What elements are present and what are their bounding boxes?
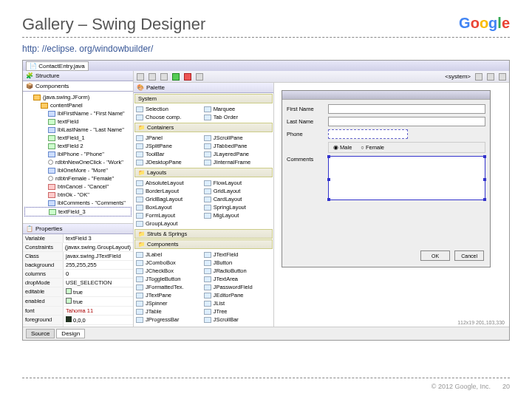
- palette-item[interactable]: JButton: [202, 259, 270, 267]
- palette-item[interactable]: Selection: [134, 105, 202, 113]
- label-phone: Phone: [287, 131, 324, 137]
- palette-item[interactable]: JSpinner: [134, 299, 202, 307]
- component-icon: [204, 252, 211, 258]
- tree-item[interactable]: btnOk - "OK": [24, 191, 132, 199]
- tree-item[interactable]: rdbtnNewOneClick - "Work": [24, 158, 132, 166]
- palette-item[interactable]: JList: [202, 299, 270, 307]
- palette-item[interactable]: JRadioButton: [202, 267, 270, 275]
- palette-item[interactable]: CardLayout: [202, 195, 270, 203]
- palette-item[interactable]: BoxLayout: [134, 203, 202, 211]
- property-row[interactable]: dropModeUSE_SELECTION: [23, 279, 133, 287]
- toolbar-icon[interactable]: [137, 73, 144, 81]
- palette-item[interactable]: JEditorPane: [202, 291, 270, 299]
- tree-item[interactable]: textField: [24, 117, 132, 126]
- cancel-button[interactable]: Cancel: [454, 250, 484, 261]
- palette-item[interactable]: JTextPane: [134, 291, 202, 299]
- align-icon[interactable]: [475, 73, 482, 81]
- tree-item[interactable]: textField 2: [24, 142, 132, 150]
- delete-icon[interactable]: [184, 73, 191, 81]
- palette-item[interactable]: GridBagLayout: [134, 195, 202, 203]
- tree-item[interactable]: lblOneMore - "More": [24, 166, 132, 174]
- toolbar-icon[interactable]: [160, 73, 168, 81]
- property-row[interactable]: VariabletextField 3: [23, 234, 133, 243]
- palette-item[interactable]: ToolBar: [134, 150, 202, 158]
- palette-item[interactable]: JCheckBox: [134, 267, 202, 275]
- palette-item[interactable]: GroupLayout: [134, 219, 202, 228]
- toolbar-icon[interactable]: [149, 73, 156, 81]
- palette-item[interactable]: JInternalFrame: [202, 158, 270, 166]
- palette-item[interactable]: JSplitPane: [134, 142, 202, 150]
- toolbar-icon[interactable]: [196, 73, 203, 81]
- component-icon: [204, 135, 211, 141]
- palette-item[interactable]: JTree: [202, 307, 270, 316]
- coordinates-label: 112x19 201,103,330: [457, 320, 505, 325]
- property-row[interactable]: background255,255,255: [23, 261, 133, 270]
- input-firstname[interactable]: [328, 104, 485, 114]
- tree-item[interactable]: lblPhone - "Phone": [24, 150, 132, 158]
- properties-header: 📋 Properties: [23, 224, 133, 234]
- tab-design[interactable]: Design: [56, 329, 85, 338]
- input-comments[interactable]: [328, 156, 485, 200]
- palette-item[interactable]: JDesktopPane: [134, 158, 202, 166]
- palette-item[interactable]: AbsoluteLayout: [134, 179, 202, 187]
- palette-item[interactable]: BorderLayout: [134, 187, 202, 195]
- tab-source[interactable]: Source: [26, 329, 55, 338]
- radio-female[interactable]: ○ Female: [361, 144, 384, 151]
- tree-item[interactable]: btnCancel - "Cancel": [24, 183, 132, 191]
- palette-section-containers[interactable]: 📁 Containers: [134, 123, 273, 132]
- palette-item[interactable]: JTable: [134, 307, 202, 316]
- palette-item[interactable]: JComboBox: [134, 259, 202, 267]
- design-canvas[interactable]: First Name Last Name Phone: [274, 83, 509, 327]
- tree-item[interactable]: lblFirstName - "First Name": [24, 109, 132, 117]
- palette-item[interactable]: JScrollPane: [202, 134, 270, 142]
- palette-item[interactable]: FormLayout: [134, 211, 202, 219]
- tree-item[interactable]: lblLastName - "Last Name": [24, 126, 132, 134]
- property-row[interactable]: Constraints(javax.swing.GroupLayout): [23, 243, 133, 252]
- input-lastname[interactable]: [328, 117, 485, 126]
- run-icon[interactable]: [172, 73, 180, 81]
- file-tab[interactable]: 📄 ContactEntry.java: [26, 61, 89, 71]
- property-row[interactable]: Classjavax.swing.JTextField: [23, 252, 133, 261]
- palette-item[interactable]: JFormattedTex.: [134, 283, 202, 291]
- palette-item[interactable]: JPasswordField: [202, 283, 270, 291]
- palette-section-components[interactable]: 📁 Components: [134, 239, 273, 249]
- palette-item[interactable]: Marquee: [202, 105, 270, 113]
- property-row[interactable]: columns0: [23, 270, 133, 279]
- property-row[interactable]: foreground 0,0,0: [23, 316, 133, 325]
- align-icon[interactable]: [487, 73, 494, 81]
- palette-item[interactable]: JProgressBar: [134, 316, 202, 324]
- ok-button[interactable]: OK: [420, 250, 450, 261]
- palette-item[interactable]: JTextField: [202, 250, 270, 259]
- palette-item[interactable]: JTextArea: [202, 275, 270, 283]
- tree-item[interactable]: (java.swing.JForm): [24, 93, 132, 101]
- tree-item[interactable]: lblComments - "Comments": [24, 199, 132, 207]
- tree-item[interactable]: contentPanel: [24, 101, 132, 109]
- palette-item[interactable]: Tab Order: [202, 113, 270, 121]
- tree-item[interactable]: rdbtnFemale - "Female": [24, 174, 132, 183]
- folder-icon: [41, 103, 48, 109]
- property-row[interactable]: fontTahoma 11: [23, 307, 133, 316]
- palette-item[interactable]: MigLayout: [202, 211, 270, 219]
- palette-item[interactable]: JScrollBar: [202, 316, 270, 324]
- property-row[interactable]: enabled true: [23, 297, 133, 307]
- component-icon: [204, 160, 211, 166]
- palette-item[interactable]: FlowLayout: [202, 179, 270, 187]
- palette-item[interactable]: JLayeredPane: [202, 150, 270, 158]
- palette-section-layouts[interactable]: 📁 Layouts: [134, 168, 273, 177]
- palette-item[interactable]: SpringLayout: [202, 203, 270, 211]
- palette-item[interactable]: JToggleButton: [134, 275, 202, 283]
- palette-item[interactable]: JPanel: [134, 134, 202, 142]
- palette-section-system[interactable]: System: [134, 94, 273, 103]
- palette-item[interactable]: JTabbedPane: [202, 142, 270, 150]
- palette-item[interactable]: JLabel: [134, 250, 202, 259]
- align-icon[interactable]: [499, 73, 506, 81]
- property-row[interactable]: editable true: [23, 287, 133, 297]
- input-phone[interactable]: [328, 129, 408, 139]
- palette-item[interactable]: Choose comp.: [134, 113, 202, 121]
- tree-item[interactable]: textField_1: [24, 134, 132, 142]
- palette-section-struts[interactable]: 📁 Struts & Springs: [134, 229, 273, 239]
- component-icon: [204, 284, 211, 290]
- tree-item[interactable]: textField_3: [24, 207, 132, 216]
- radio-male[interactable]: ◉ Male: [333, 144, 352, 151]
- palette-item[interactable]: GridLayout: [202, 187, 270, 195]
